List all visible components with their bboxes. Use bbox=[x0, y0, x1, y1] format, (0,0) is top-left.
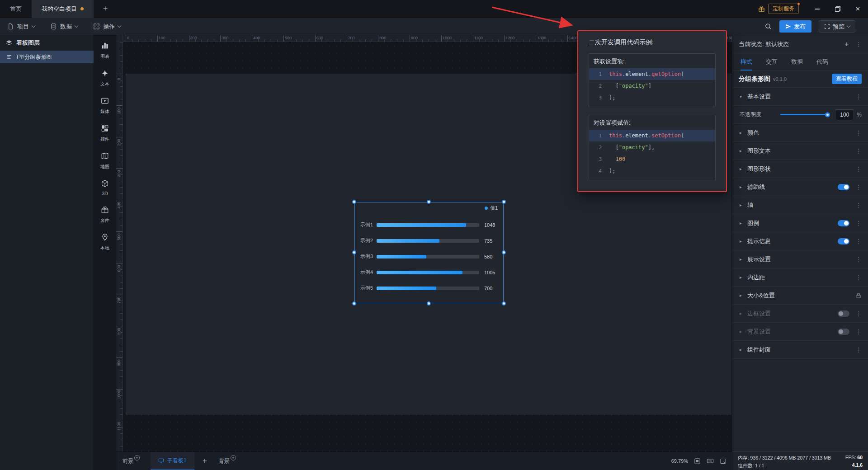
selection-handle-n[interactable] bbox=[427, 200, 431, 204]
background-label[interactable]: 背景 + bbox=[219, 457, 236, 465]
ruler-tick bbox=[504, 35, 505, 42]
toggle-switch[interactable] bbox=[838, 184, 849, 190]
section-row-7[interactable]: ▸提示信息⋮ bbox=[732, 232, 868, 250]
more-dots-button[interactable]: ⋮ bbox=[855, 220, 862, 227]
section-label: 展示设置 bbox=[747, 255, 771, 263]
component-item-6[interactable]: 套件 bbox=[100, 206, 109, 224]
new-tab-button[interactable]: + bbox=[100, 4, 111, 14]
slider-knob[interactable] bbox=[825, 112, 830, 117]
more-dots-button[interactable]: ⋮ bbox=[855, 183, 862, 191]
section-row-1[interactable]: ▸颜色⋮ bbox=[732, 124, 868, 142]
layers-panel: 看板图层 T型分组条形图 bbox=[0, 35, 94, 470]
selection-handle-w[interactable] bbox=[352, 250, 356, 254]
fullscreen-button[interactable] bbox=[720, 458, 726, 465]
opacity-input[interactable]: 100 bbox=[835, 109, 854, 120]
component-item-0[interactable]: 图表 bbox=[100, 42, 109, 60]
close-button[interactable]: × bbox=[848, 0, 868, 18]
section-row-2[interactable]: ▸图形文本⋮ bbox=[732, 142, 868, 160]
chart-row: 示例41005 bbox=[358, 264, 501, 280]
section-row-13[interactable]: ▸组件封面⋮ bbox=[732, 341, 868, 359]
foreground-label[interactable]: 前景 + bbox=[123, 457, 140, 465]
add-foreground-button[interactable]: + bbox=[134, 455, 140, 461]
chevron-down-icon bbox=[75, 24, 78, 27]
add-background-button[interactable]: + bbox=[231, 455, 236, 461]
publish-button[interactable]: 发布 bbox=[779, 20, 811, 33]
panel-tab-3[interactable]: 代码 bbox=[816, 53, 828, 70]
selection-handle-se[interactable] bbox=[502, 301, 506, 306]
board-tab[interactable]: 子看板1 bbox=[151, 452, 194, 470]
menu-data[interactable]: 数据 bbox=[50, 23, 78, 31]
component-item-1[interactable]: 文本 bbox=[100, 69, 109, 87]
chart-category-label: 示例2 bbox=[358, 237, 373, 244]
shortcut-button[interactable] bbox=[707, 457, 714, 465]
section-row-12[interactable]: ▸背景设置⋮ bbox=[732, 323, 868, 341]
layer-item[interactable]: T型分组条形图 bbox=[0, 51, 94, 63]
tab-home[interactable]: 首页 bbox=[0, 0, 32, 18]
ruler-label: 700 bbox=[117, 292, 121, 308]
toggle-switch[interactable] bbox=[838, 220, 849, 226]
expand-arrow-icon: ▸ bbox=[740, 347, 747, 352]
panel-tab-1[interactable]: 交互 bbox=[766, 53, 778, 70]
section-row-4[interactable]: ▸辅助线⋮ bbox=[732, 178, 868, 196]
toggle-switch[interactable] bbox=[838, 329, 849, 335]
close-icon: × bbox=[856, 5, 860, 13]
code-block-1: 对设置项赋值:1this.element.setOption(2 ["opaci… bbox=[589, 115, 716, 180]
maximize-button[interactable] bbox=[827, 0, 848, 18]
panel-tab-0[interactable]: 样式 bbox=[741, 53, 752, 70]
component-item-3[interactable]: 控件 bbox=[100, 124, 109, 142]
bar-chart-icon bbox=[6, 54, 12, 60]
fit-view-button[interactable] bbox=[694, 458, 701, 465]
more-dots-button[interactable]: ⋮ bbox=[855, 238, 862, 245]
more-dots-button[interactable]: ⋮ bbox=[855, 202, 862, 209]
section-row-6[interactable]: ▸图例⋮ bbox=[732, 214, 868, 232]
custom-service-badge[interactable]: 定制服务 bbox=[768, 4, 799, 14]
section-row-5[interactable]: ▸轴⋮ bbox=[732, 196, 868, 214]
component-item-7[interactable]: 本地 bbox=[100, 233, 109, 251]
chart-bar-track bbox=[377, 271, 479, 274]
selection-handle-s[interactable] bbox=[427, 301, 431, 306]
component-item-4[interactable]: 地图 bbox=[100, 152, 109, 170]
section-row-0[interactable]: ▾基本设置⋮ bbox=[732, 88, 868, 106]
menu-project[interactable]: 项目 bbox=[7, 23, 35, 31]
section-row-11[interactable]: ▸边框设置⋮ bbox=[732, 305, 868, 323]
add-state-button[interactable]: + bbox=[844, 40, 849, 49]
panel-tab-2[interactable]: 数据 bbox=[791, 53, 803, 70]
section-row-8[interactable]: ▸展示设置⋮ bbox=[732, 250, 868, 268]
section-row-9[interactable]: ▸内边距⋮ bbox=[732, 268, 868, 287]
menu-operation[interactable]: 操作 bbox=[93, 23, 121, 31]
tab-project[interactable]: 我的空白项目 bbox=[32, 0, 94, 18]
selection-handle-ne[interactable] bbox=[502, 200, 506, 204]
component-item-5[interactable]: 3D bbox=[101, 179, 109, 196]
toggle-switch[interactable] bbox=[838, 310, 849, 317]
tutorial-button[interactable]: 查看教程 bbox=[832, 74, 862, 84]
more-dots-button[interactable]: ⋮ bbox=[855, 310, 862, 317]
ruler-label: 1300 bbox=[537, 36, 546, 40]
component-label: 控件 bbox=[100, 136, 109, 142]
selection-handle-nw[interactable] bbox=[352, 200, 356, 204]
more-dots-button[interactable]: ⋮ bbox=[855, 165, 862, 173]
more-dots-button[interactable]: ⋮ bbox=[855, 346, 862, 353]
more-dots-button[interactable]: ⋮ bbox=[855, 147, 862, 155]
selection-handle-sw[interactable] bbox=[352, 301, 356, 306]
search-button[interactable] bbox=[764, 23, 772, 30]
section-row-3[interactable]: ▸图形形状⋮ bbox=[732, 160, 868, 178]
section-row-10[interactable]: ▸大小&位置 bbox=[732, 287, 868, 305]
preview-button[interactable]: 预览 bbox=[819, 20, 855, 33]
component-item-2[interactable]: 媒体 bbox=[100, 97, 109, 115]
more-dots-button[interactable]: ⋮ bbox=[855, 256, 862, 263]
add-board-button[interactable]: + bbox=[203, 456, 207, 465]
opacity-slider[interactable] bbox=[780, 114, 829, 115]
component-label: 套件 bbox=[100, 217, 109, 224]
more-dots-button[interactable]: ⋮ bbox=[855, 274, 862, 281]
zoom-level[interactable]: 69.79% bbox=[671, 458, 688, 464]
chart-widget[interactable]: 值1 示例11048示例2735示例3580示例41005示例5700 bbox=[354, 202, 504, 303]
panel-menu-button[interactable]: ⋮ bbox=[855, 41, 862, 48]
selection-handle-e[interactable] bbox=[502, 250, 506, 254]
more-dots-button[interactable]: ⋮ bbox=[855, 328, 862, 335]
more-dots-button[interactable]: ⋮ bbox=[855, 93, 862, 100]
toggle-switch[interactable] bbox=[838, 238, 849, 244]
minimize-button[interactable] bbox=[807, 0, 827, 18]
lock-icon[interactable] bbox=[855, 292, 862, 299]
status-bar: 内存: 936 / 3122 / 4096 MB 2077 / 3013 MB … bbox=[732, 451, 868, 470]
more-dots-button[interactable]: ⋮ bbox=[855, 129, 862, 136]
